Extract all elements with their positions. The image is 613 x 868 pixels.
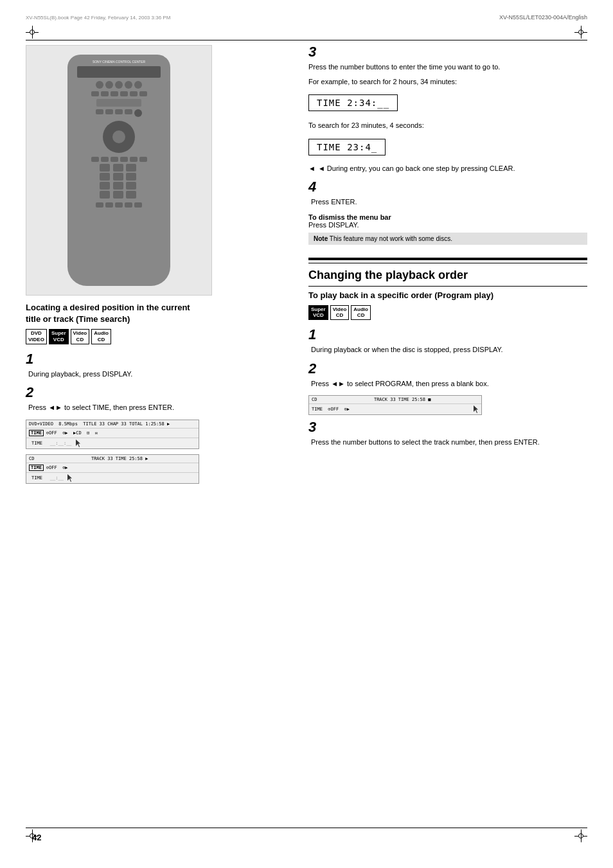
remote-btn-1 <box>96 81 103 89</box>
note-text-val: This feature may not work with some disc… <box>330 235 452 242</box>
remote-top-label: SONY CINEMA CONTROL CENTER <box>93 60 145 64</box>
step1-number: 1 <box>26 352 296 366</box>
cd-screen-row3: TIME __:__ <box>26 473 199 483</box>
step3-para2: For example, to search for 2 hours, 34 m… <box>308 76 587 87</box>
cursor-icon-cd <box>66 474 73 482</box>
cd-info: CD TRACK 33 TIME 25:58 ▶ <box>29 456 196 461</box>
top-rule <box>26 40 587 40</box>
remote-btn-4 <box>125 81 132 89</box>
prog-cd-info: CD TRACK 33 TIME 25:58 ■ <box>312 397 479 402</box>
cd-time-controls: ⊙OFF ⊙▶ <box>46 465 196 470</box>
remote-pb2 <box>101 157 109 162</box>
dvd-screen-row2: TIME ⊙OFF ⊙▶ ▶CD ⊡ ✉ <box>26 429 199 438</box>
cursor-icon <box>75 439 81 447</box>
remote-image: SONY CINEMA CONTROL CENTER <box>26 45 212 296</box>
remote-num-2 <box>113 164 123 172</box>
time-display-1: TIME 2:34:__ <box>308 91 587 115</box>
header-right-text: XV-N55SL/LET0230-004A/English <box>499 14 587 21</box>
prog-step2-number: 2 <box>308 362 587 376</box>
remote-extra-2 <box>105 202 113 208</box>
section-divider <box>308 258 587 263</box>
corner-mark-tr <box>574 26 587 39</box>
page-header: XV-N55SL(B).book Page 42 Friday, Februar… <box>0 14 613 21</box>
remote-drawing: SONY CINEMA CONTROL CENTER <box>67 55 170 286</box>
time-display-2: TIME 23:4_ <box>308 135 587 159</box>
remote-num-0 <box>113 191 123 199</box>
badge-super: SuperVCD <box>49 329 69 344</box>
remote-num-hash <box>126 191 136 199</box>
remote-num-7 <box>100 182 110 190</box>
time-box-1: TIME 2:34:__ <box>308 94 398 111</box>
badge-dvd: DVDVIDEO <box>26 329 47 344</box>
cd-time-entry: __:__ <box>50 475 64 481</box>
remote-display <box>77 66 161 78</box>
step2-text: Press ◄► to select TIME, then press ENTE… <box>28 402 296 413</box>
bottom-rule <box>26 828 587 828</box>
badge-audio: AudioCD <box>91 329 111 344</box>
prog-format-badges: SuperVCD VideoCD AudioCD <box>308 305 587 320</box>
remote-pb3 <box>111 157 118 162</box>
remote-btn-3 <box>115 81 123 89</box>
dismiss-label: To dismiss the menu bar <box>308 213 391 221</box>
svg-marker-2 <box>474 405 478 413</box>
prog-badge-audio: AudioCD <box>351 305 371 320</box>
svg-marker-0 <box>76 439 80 447</box>
dismiss-section: To dismiss the menu bar Press DISPLAY. <box>308 213 587 229</box>
remote-num-star <box>100 191 110 199</box>
remote-btn-7 <box>101 91 109 96</box>
remote-num-1 <box>100 164 110 172</box>
remote-btn-10 <box>130 91 138 96</box>
note-box: Note This feature may not work with some… <box>308 233 587 245</box>
remote-numpad <box>100 164 138 199</box>
corner-mark-tl <box>26 26 39 39</box>
step3-number: 3 <box>308 45 587 59</box>
step2-number: 2 <box>26 385 296 400</box>
note-label: Note <box>314 235 328 242</box>
dvd-screen-row1: DVD+VIDEO 8.5Mbps TITLE 33 CHAP 33 TOTAL… <box>26 420 199 429</box>
step1-text: During playback, press DISPLAY. <box>28 369 296 380</box>
prog-step2-text: Press ◄► to select PROGRAM, then press a… <box>311 378 587 389</box>
remote-num-3 <box>126 164 136 172</box>
cd-screen-row2: TIME ⊙OFF ⊙▶ <box>26 463 199 473</box>
remote-num-5 <box>113 173 123 181</box>
dvd-info: DVD+VIDEO 8.5Mbps TITLE 33 CHAP 33 TOTAL… <box>29 421 196 427</box>
dvd-time-tag: TIME <box>29 430 44 436</box>
remote-num-4 <box>100 173 110 181</box>
remote-btn-8 <box>111 91 118 96</box>
remote-b1 <box>96 109 103 114</box>
step3-para3: To search for 23 minutes, 4 seconds: <box>308 120 587 131</box>
remote-extra-1 <box>96 202 103 208</box>
back-arrow-note: ◄ ◄ During entry, you can go back one st… <box>308 164 587 172</box>
cd-screen-mockup: CD TRACK 33 TIME 25:58 ▶ TIME ⊙OFF ⊙▶ TI… <box>26 454 199 484</box>
left-column: SONY CINEMA CONTROL CENTER <box>26 45 296 489</box>
prog-cd-screen: CD TRACK 33 TIME 25:58 ■ TIME ⊙OFF ⊙▶ <box>308 395 482 415</box>
prog-badge-video: VideoCD <box>330 305 350 320</box>
prog-step3-text: Press the number buttons to select the t… <box>311 437 587 448</box>
cd-time-label: TIME <box>31 475 42 481</box>
dismiss-text: Press DISPLAY. <box>308 221 359 229</box>
section-divider-bar <box>308 258 587 260</box>
step4-number: 4 <box>308 180 587 194</box>
prog-badge-super: SuperVCD <box>308 305 328 320</box>
remote-btn-2 <box>105 81 113 89</box>
remote-pb4 <box>120 157 128 162</box>
remote-nav <box>103 121 135 153</box>
step4-text: Press ENTER. <box>311 197 587 208</box>
subsection-rule <box>308 286 587 287</box>
remote-extra-4 <box>125 202 132 208</box>
dvd-screen-mockup: DVD+VIDEO 8.5Mbps TITLE 33 CHAP 33 TOTAL… <box>26 420 199 449</box>
remote-b4 <box>125 109 132 114</box>
remote-extra-3 <box>115 202 123 208</box>
remote-num-9 <box>126 182 136 190</box>
section-divider-line <box>308 263 587 263</box>
badge-video: VideoCD <box>71 329 90 344</box>
remote-btn-9 <box>120 91 128 96</box>
remote-b2 <box>105 109 113 114</box>
step3-para4: ◄ During entry, you can go back one step… <box>318 164 515 172</box>
prog-cursor-icon <box>472 405 479 413</box>
back-arrow-icon: ◄ <box>308 164 315 172</box>
prog-cd-row2: TIME ⊙OFF ⊙▶ <box>309 404 481 414</box>
cd-time-tag: TIME <box>29 465 44 471</box>
time-box-2: TIME 23:4_ <box>308 139 386 155</box>
remote-btn-6 <box>91 91 99 96</box>
